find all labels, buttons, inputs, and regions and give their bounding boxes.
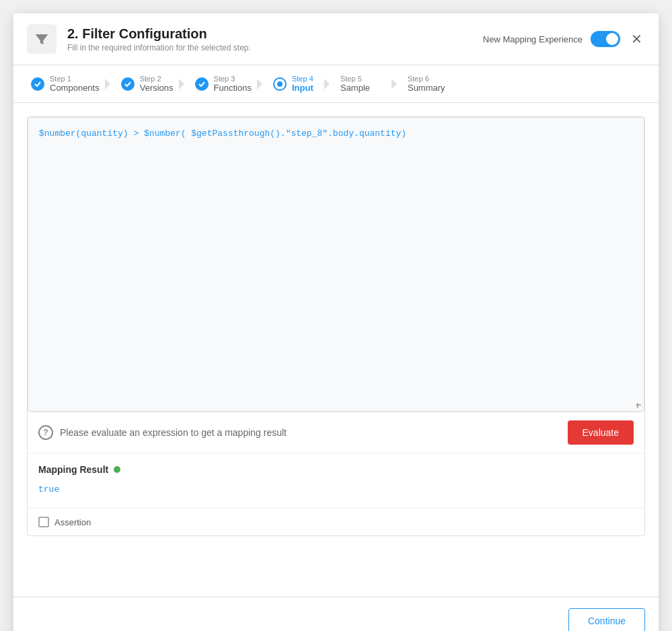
- header-right: New Mapping Experience ✕: [483, 30, 645, 48]
- modal-title: 2. Filter Configuration: [67, 26, 472, 42]
- evaluate-button[interactable]: Evaluate: [568, 420, 634, 445]
- modal-footer: Continue: [13, 597, 659, 631]
- editor-wrapper: $number(quantity) > $number( $getPassthr…: [27, 116, 645, 536]
- step-5[interactable]: Step 5 Sample: [330, 65, 397, 102]
- step-5-name: Sample: [340, 83, 370, 93]
- step-2-name: Versions: [140, 83, 174, 93]
- hint-icon: ?: [38, 425, 53, 440]
- filter-icon: [27, 24, 57, 54]
- step-3-labels: Step 3 Functions: [214, 75, 252, 93]
- step-4[interactable]: Step 4 Input: [262, 65, 330, 102]
- mapping-result-section: Mapping Result true: [28, 453, 644, 508]
- step-4-label: Step 4: [292, 75, 313, 83]
- step-5-label: Step 5: [340, 75, 370, 83]
- step-5-labels: Step 5 Sample: [340, 75, 370, 93]
- step-4-labels: Step 4 Input: [292, 75, 313, 93]
- resize-handle[interactable]: [633, 400, 641, 408]
- modal-subtitle: Fill in the required information for the…: [67, 43, 472, 52]
- mapping-status-dot: [114, 466, 120, 473]
- new-mapping-toggle[interactable]: [591, 31, 620, 47]
- expression-input[interactable]: $number(quantity) > $number( $getPassthr…: [39, 128, 633, 398]
- step-2-labels: Step 2 Versions: [140, 75, 174, 93]
- step-2[interactable]: Step 2 Versions: [110, 65, 184, 102]
- step-3[interactable]: Step 3 Functions: [184, 65, 262, 102]
- step-3-name: Functions: [214, 83, 252, 93]
- step-6-name: Summary: [408, 83, 445, 93]
- step-1-label: Step 1: [50, 75, 100, 83]
- step-6-labels: Step 6 Summary: [408, 75, 445, 93]
- step-2-label: Step 2: [140, 75, 174, 83]
- step-1-name: Components: [50, 83, 100, 93]
- step-3-label: Step 3: [214, 75, 252, 83]
- step-1-labels: Step 1 Components: [50, 75, 100, 93]
- modal-content: $number(quantity) > $number( $getPassthr…: [13, 103, 659, 597]
- header-title-group: 2. Filter Configuration Fill in the requ…: [67, 26, 472, 52]
- assertion-section: Assertion: [28, 508, 644, 535]
- modal-header: 2. Filter Configuration Fill in the requ…: [13, 13, 659, 65]
- code-editor[interactable]: $number(quantity) > $number( $getPassthr…: [28, 117, 644, 412]
- assertion-label: Assertion: [54, 517, 91, 527]
- step-1-check: [31, 77, 44, 91]
- step-6[interactable]: Step 6 Summary: [397, 65, 464, 102]
- step-1[interactable]: Step 1 Components: [20, 65, 110, 102]
- evaluate-hint: Please evaluate an expression to get a m…: [60, 427, 561, 438]
- evaluate-bar: ? Please evaluate an expression to get a…: [28, 412, 644, 453]
- step-3-check: [195, 77, 209, 91]
- step-2-check: [121, 77, 135, 91]
- mapping-result-header: Mapping Result: [38, 464, 634, 475]
- mapping-result-title: Mapping Result: [38, 464, 108, 475]
- step-4-indicator: [273, 77, 287, 91]
- step-6-label: Step 6: [408, 75, 445, 83]
- continue-button[interactable]: Continue: [568, 608, 645, 631]
- step-4-name: Input: [292, 83, 313, 93]
- assertion-checkbox[interactable]: [38, 517, 49, 527]
- close-button[interactable]: ✕: [628, 30, 645, 48]
- steps-bar: Step 1 Components Step 2 Versions St: [13, 65, 659, 103]
- new-mapping-label: New Mapping Experience: [483, 34, 583, 44]
- mapping-result-value: true: [38, 482, 634, 497]
